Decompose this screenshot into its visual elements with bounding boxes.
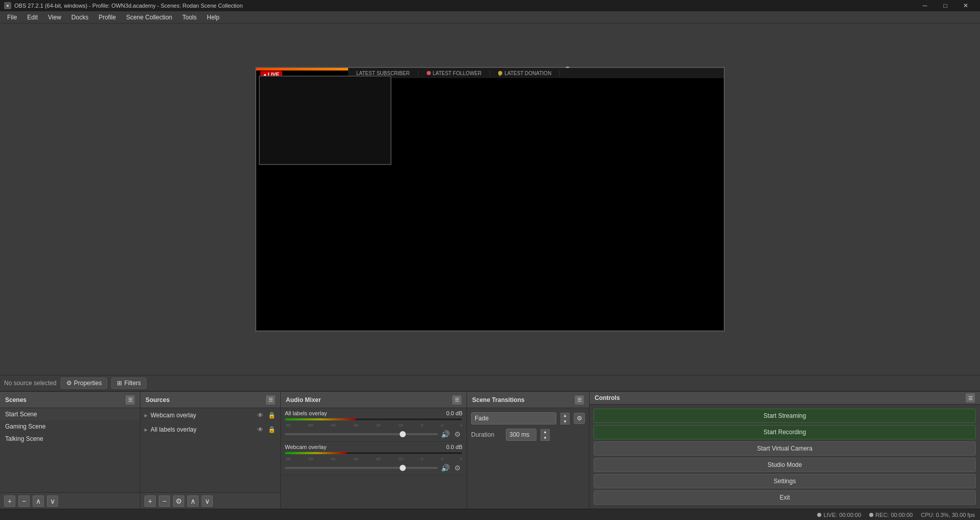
- scenes-menu-button[interactable]: ☰: [126, 395, 135, 405]
- spinner-up-button[interactable]: ▲: [560, 413, 570, 418]
- sources-list: ▶ Webcam overlay 👁 🔒 ▶ All labels overla…: [140, 408, 280, 492]
- transitions-content: Fade Cut Swipe Slide ▲ ▼ ⚙ Duration: [467, 408, 589, 509]
- sources-title: Sources: [145, 396, 169, 404]
- source-visible-webcam[interactable]: 👁: [256, 411, 265, 420]
- source-name-labels: All labels overlay: [151, 426, 197, 433]
- volume-slider-labels[interactable]: [285, 433, 438, 435]
- menu-tools[interactable]: Tools: [177, 13, 202, 22]
- obs-icon: ●: [4, 2, 11, 9]
- scenes-add-button[interactable]: +: [4, 495, 15, 507]
- transitions-menu-button[interactable]: ☰: [575, 395, 584, 405]
- transitions-type-select[interactable]: Fade Cut Swipe Slide: [471, 412, 556, 424]
- volume-slider-webcam[interactable]: [285, 467, 438, 469]
- duration-label: Duration: [471, 431, 502, 438]
- scenes-down-button[interactable]: ∨: [47, 495, 58, 507]
- scene-item-talking[interactable]: Talking Scene: [0, 433, 140, 445]
- controls-menu-button[interactable]: ☰: [966, 393, 975, 403]
- duration-spinner: ▲ ▼: [541, 429, 550, 441]
- sources-add-button[interactable]: +: [144, 495, 156, 507]
- settings-button[interactable]: Settings: [594, 474, 976, 488]
- menu-scene-collection[interactable]: Scene Collection: [121, 13, 177, 22]
- titlebar-controls: ─ □ ✕: [915, 0, 976, 11]
- scene-item-gaming[interactable]: Gaming Scene: [0, 420, 140, 433]
- sources-down-button[interactable]: ∨: [202, 495, 213, 507]
- source-item-webcam[interactable]: ▶ Webcam overlay 👁 🔒: [140, 408, 280, 422]
- audio-panel-header: Audio Mixer ☰: [281, 392, 467, 408]
- transitions-type-row: Fade Cut Swipe Slide ▲ ▼ ⚙: [471, 412, 585, 424]
- properties-button[interactable]: ⚙ Properties: [61, 377, 108, 389]
- menu-edit[interactable]: Edit: [22, 13, 43, 22]
- audio-menu-button[interactable]: ☰: [452, 395, 461, 405]
- scenes-remove-button[interactable]: −: [18, 495, 30, 507]
- audio-meter-scale: -60-50-40-30-20-10-5-30: [285, 423, 462, 428]
- properties-label: Properties: [74, 380, 102, 387]
- audio-list: All labels overlay 0.0 dB -60-50-40-30-2…: [281, 408, 467, 509]
- maximize-button[interactable]: □: [935, 0, 955, 11]
- rec-dot: [869, 513, 873, 517]
- gear-icon: ⚙: [66, 380, 72, 387]
- exit-button[interactable]: Exit: [594, 490, 976, 505]
- menu-docks[interactable]: Docks: [66, 13, 93, 22]
- sources-menu-button[interactable]: ☰: [266, 395, 275, 405]
- audio-controls-webcam: 🔊 ⚙: [285, 463, 462, 473]
- titlebar-title: OBS 27.2.1 (64-bit, windows) - Profile: …: [14, 3, 243, 9]
- close-button[interactable]: ✕: [955, 0, 976, 11]
- transitions-gear-button[interactable]: ⚙: [574, 413, 585, 424]
- scene-item-start[interactable]: Start Scene: [0, 408, 140, 420]
- minimize-button[interactable]: ─: [915, 0, 935, 11]
- menu-view[interactable]: View: [43, 13, 66, 22]
- rec-label: REC:: [875, 512, 889, 518]
- source-play-icon: ▶: [144, 413, 148, 418]
- scenes-title: Scenes: [5, 396, 27, 404]
- audio-mute-webcam[interactable]: 🔊: [440, 463, 450, 473]
- audio-settings-webcam[interactable]: ⚙: [452, 463, 462, 473]
- scene-transitions-panel: Scene Transitions ☰ Fade Cut Swipe Slide…: [467, 392, 590, 509]
- sources-settings-button[interactable]: ⚙: [173, 495, 184, 507]
- transitions-header-icons: ☰: [575, 395, 584, 405]
- latest-follower-segment: LATEST FOLLOWER: [419, 70, 491, 76]
- filters-button[interactable]: ⊞ Filters: [111, 377, 146, 389]
- duration-spinner-up[interactable]: ▲: [541, 429, 550, 435]
- spinner-down-button[interactable]: ▼: [560, 419, 570, 424]
- source-visible-labels[interactable]: 👁: [256, 425, 265, 434]
- source-play-icon-2: ▶: [144, 428, 148, 432]
- duration-spinner-down[interactable]: ▼: [541, 435, 550, 441]
- start-streaming-button[interactable]: Start Streaming: [594, 409, 976, 423]
- scenes-panel-header: Scenes ☰: [0, 392, 140, 408]
- source-lock-labels[interactable]: 🔒: [267, 425, 276, 434]
- no-source-label: No source selected: [4, 380, 57, 387]
- studio-mode-button[interactable]: Studio Mode: [594, 458, 976, 472]
- status-cpu: CPU: 0.3%, 30.00 fps: [921, 512, 975, 518]
- volume-thumb-webcam[interactable]: [400, 465, 406, 471]
- titlebar: ● OBS 27.2.1 (64-bit, windows) - Profile…: [0, 0, 980, 11]
- cpu-label: CPU: 0.3%, 30.00 fps: [921, 512, 975, 518]
- source-bar: No source selected ⚙ Properties ⊞ Filter…: [0, 375, 980, 391]
- titlebar-left: ● OBS 27.2.1 (64-bit, windows) - Profile…: [4, 2, 243, 9]
- audio-meter-fill-labels: [285, 418, 356, 420]
- start-virtual-camera-button[interactable]: Start Virtual Camera: [594, 441, 976, 456]
- sources-up-button[interactable]: ∧: [187, 495, 199, 507]
- sources-remove-button[interactable]: −: [159, 495, 170, 507]
- sources-panel: Sources ☰ ▶ Webcam overlay 👁 🔒 ▶ All lab…: [140, 392, 281, 509]
- audio-settings-labels[interactable]: ⚙: [452, 429, 462, 439]
- volume-thumb-labels[interactable]: [400, 431, 406, 437]
- audio-mute-labels[interactable]: 🔊: [440, 429, 450, 439]
- duration-input[interactable]: [506, 429, 536, 441]
- menu-help[interactable]: Help: [202, 13, 225, 22]
- source-item-labels[interactable]: ▶ All labels overlay 👁 🔒: [140, 422, 280, 437]
- start-recording-button[interactable]: Start Recording: [594, 425, 976, 439]
- source-actions-webcam: 👁 🔒: [256, 411, 276, 420]
- scenes-panel: Scenes ☰ Start Scene Gaming Scene Talkin…: [0, 392, 140, 509]
- scenes-up-button[interactable]: ∧: [33, 495, 44, 507]
- preview-area: LATEST SUBSCRIBER LATEST FOLLOWER $ LATE…: [0, 23, 980, 375]
- source-lock-webcam[interactable]: 🔒: [267, 411, 276, 420]
- preview-canvas: LATEST SUBSCRIBER LATEST FOLLOWER $ LATE…: [255, 67, 725, 332]
- live-time: 00:00:00: [839, 512, 861, 518]
- latest-donation-segment: $ LATEST DONATION: [490, 70, 560, 76]
- status-live: LIVE: 00:00:00: [817, 512, 861, 518]
- audio-channel-labels-name: All labels overlay: [285, 410, 327, 416]
- audio-controls-labels: 🔊 ⚙: [285, 429, 462, 439]
- menu-profile[interactable]: Profile: [93, 13, 121, 22]
- transitions-panel-header: Scene Transitions ☰: [467, 392, 589, 408]
- menu-file[interactable]: File: [2, 13, 22, 22]
